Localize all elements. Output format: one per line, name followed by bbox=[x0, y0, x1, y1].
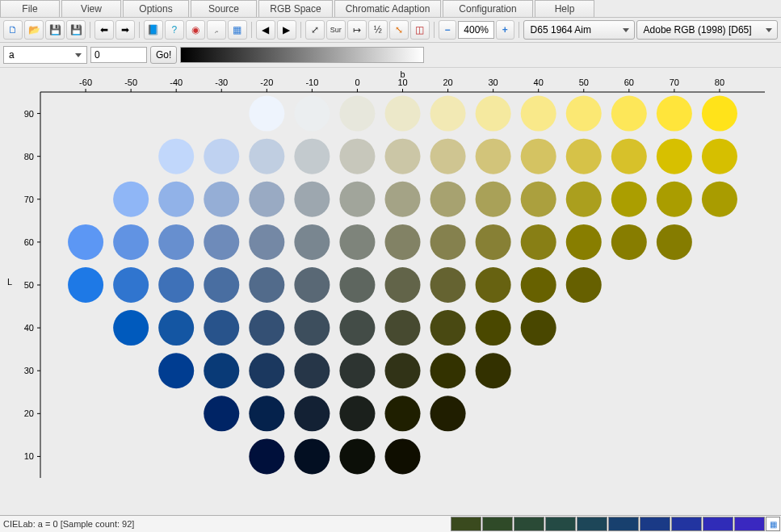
status-swatch[interactable] bbox=[640, 517, 670, 531]
curve-icon[interactable]: ⦧ bbox=[207, 20, 226, 40]
menu-rgb-space[interactable]: RGB Space bbox=[258, 0, 333, 17]
color-swatch[interactable] bbox=[566, 224, 602, 260]
color-wheel-icon[interactable]: ◉ bbox=[186, 20, 205, 40]
color-swatch[interactable] bbox=[294, 182, 330, 217]
color-swatch[interactable] bbox=[566, 267, 602, 303]
color-swatch[interactable] bbox=[249, 139, 284, 174]
color-swatch[interactable] bbox=[249, 353, 284, 388]
new-doc-icon[interactable]: 🗋 bbox=[3, 20, 23, 40]
status-swatch[interactable] bbox=[482, 517, 513, 531]
color-swatch[interactable] bbox=[657, 224, 692, 260]
color-swatch[interactable] bbox=[294, 224, 330, 260]
color-swatch[interactable] bbox=[249, 224, 284, 260]
status-swatch[interactable] bbox=[577, 517, 607, 531]
menu-chromatic-adaption[interactable]: Chromatic Adaption bbox=[334, 0, 441, 17]
color-swatch[interactable] bbox=[339, 438, 375, 474]
color-swatch[interactable] bbox=[294, 353, 330, 388]
color-swatch[interactable] bbox=[430, 139, 466, 174]
color-swatch[interactable] bbox=[249, 267, 284, 303]
prev-icon[interactable]: ◀ bbox=[256, 20, 275, 40]
color-swatch[interactable] bbox=[339, 224, 375, 260]
menu-file[interactable]: File bbox=[0, 0, 60, 17]
color-swatch[interactable] bbox=[339, 139, 375, 174]
color-swatch[interactable] bbox=[249, 96, 284, 132]
color-swatch[interactable] bbox=[476, 310, 511, 346]
color-swatch[interactable] bbox=[339, 182, 375, 217]
color-swatch[interactable] bbox=[430, 182, 466, 217]
color-swatch[interactable] bbox=[385, 224, 421, 260]
color-swatch[interactable] bbox=[339, 396, 375, 431]
open-icon[interactable]: 📂 bbox=[24, 20, 44, 40]
color-swatch[interactable] bbox=[611, 96, 647, 132]
color-swatch[interactable] bbox=[68, 267, 103, 303]
expand-icon[interactable]: ⤡ bbox=[389, 20, 409, 40]
color-swatch[interactable] bbox=[611, 182, 647, 217]
export-icon[interactable]: ➡ bbox=[115, 20, 135, 40]
color-swatch[interactable] bbox=[657, 182, 692, 217]
color-swatch[interactable] bbox=[113, 224, 149, 260]
color-swatch[interactable] bbox=[611, 224, 647, 260]
color-swatch[interactable] bbox=[702, 96, 737, 132]
go-button[interactable]: Go! bbox=[150, 46, 177, 64]
color-swatch[interactable] bbox=[294, 310, 330, 346]
color-swatch[interactable] bbox=[702, 182, 737, 217]
half-icon[interactable]: ½ bbox=[368, 20, 388, 40]
color-swatch[interactable] bbox=[521, 310, 556, 346]
color-swatch[interactable] bbox=[476, 353, 511, 388]
status-swatch[interactable] bbox=[514, 517, 544, 531]
info-icon[interactable]: ? bbox=[165, 20, 184, 40]
color-swatch[interactable] bbox=[430, 267, 466, 303]
color-swatch[interactable] bbox=[430, 396, 466, 431]
color-swatch[interactable] bbox=[158, 182, 194, 217]
color-swatch[interactable] bbox=[566, 139, 602, 174]
color-swatch[interactable] bbox=[430, 353, 466, 388]
color-swatch[interactable] bbox=[294, 396, 330, 431]
color-swatch[interactable] bbox=[204, 310, 239, 346]
color-swatch[interactable] bbox=[476, 96, 511, 132]
palette-icon[interactable]: ▦ bbox=[228, 20, 247, 40]
color-swatch[interactable] bbox=[339, 353, 375, 388]
zoom-out-button[interactable]: − bbox=[439, 20, 457, 40]
color-swatch[interactable] bbox=[204, 224, 239, 260]
bounds-icon[interactable]: ◫ bbox=[410, 20, 430, 40]
menu-configuration[interactable]: Configuration bbox=[443, 0, 533, 17]
sur-icon[interactable]: Sur bbox=[326, 20, 346, 40]
resize-icon[interactable]: ⤢ bbox=[305, 20, 325, 40]
color-swatch[interactable] bbox=[657, 96, 692, 132]
color-swatch[interactable] bbox=[204, 353, 239, 388]
color-swatch[interactable] bbox=[476, 139, 511, 174]
color-swatch[interactable] bbox=[385, 96, 421, 132]
color-swatch[interactable] bbox=[294, 139, 330, 174]
color-swatch[interactable] bbox=[249, 310, 284, 346]
color-swatch[interactable] bbox=[521, 224, 556, 260]
status-swatch[interactable] bbox=[703, 517, 733, 531]
book-icon[interactable]: 📘 bbox=[144, 20, 163, 40]
color-swatch[interactable] bbox=[294, 96, 330, 132]
rgbspace-combo[interactable]: Adobe RGB (1998) [D65] bbox=[636, 20, 778, 40]
axis-select[interactable]: a bbox=[3, 46, 87, 64]
color-swatch[interactable] bbox=[294, 438, 330, 474]
import-icon[interactable]: ⬅ bbox=[94, 20, 114, 40]
color-swatch[interactable] bbox=[476, 267, 511, 303]
color-swatch[interactable] bbox=[521, 96, 556, 132]
zoom-in-button[interactable]: + bbox=[496, 20, 514, 40]
color-swatch[interactable] bbox=[158, 267, 194, 303]
save-icon[interactable]: 💾 bbox=[45, 20, 65, 40]
color-swatch[interactable] bbox=[385, 353, 421, 388]
color-swatch[interactable] bbox=[476, 182, 511, 217]
color-swatch[interactable] bbox=[430, 310, 466, 346]
next-icon[interactable]: ▶ bbox=[277, 20, 296, 40]
color-swatch[interactable] bbox=[158, 353, 194, 388]
aim-combo[interactable]: D65 1964 Aim bbox=[523, 20, 635, 40]
color-swatch[interactable] bbox=[68, 224, 103, 260]
color-swatch[interactable] bbox=[339, 96, 375, 132]
status-swatch[interactable] bbox=[671, 517, 702, 531]
axis-value-input[interactable] bbox=[90, 47, 147, 63]
color-swatch[interactable] bbox=[430, 96, 466, 132]
color-swatch[interactable] bbox=[113, 267, 149, 303]
color-swatch[interactable] bbox=[521, 139, 556, 174]
color-swatch[interactable] bbox=[702, 139, 737, 174]
color-swatch[interactable] bbox=[294, 267, 330, 303]
status-swatch[interactable] bbox=[734, 517, 765, 531]
color-swatch[interactable] bbox=[339, 310, 375, 346]
